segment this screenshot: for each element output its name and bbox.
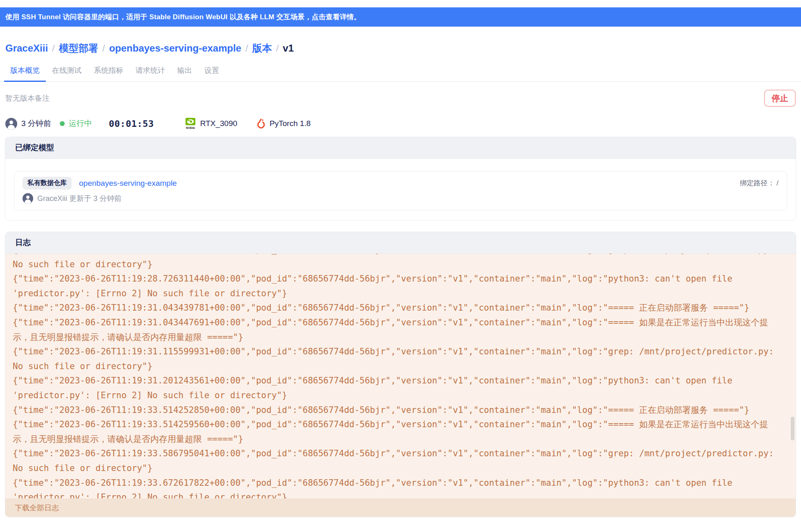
created-time-label: 3 分钟前 <box>21 118 51 129</box>
model-item-card: 私有数据仓库 openbayes-serving-example 绑定路径： /… <box>14 171 787 210</box>
log-row: No such file or directory"} <box>13 461 796 476</box>
private-repo-badge: 私有数据仓库 <box>23 177 72 189</box>
log-row: 'predictor.py': [Errno 2] No such file o… <box>13 286 796 301</box>
tab-bar: 版本概览 在线测试 系统指标 请求统计 输出 设置 <box>0 65 801 82</box>
bind-path-label: 绑定路径： / <box>740 178 778 188</box>
log-row: {"time":"2023-06-26T11:19:33.514259560+0… <box>13 417 796 432</box>
log-viewport[interactable]: {"time":"2023-06-26T11:19:31.115599931+0… <box>5 254 796 498</box>
model-repo-link[interactable]: openbayes-serving-example <box>79 179 177 188</box>
download-all-logs-link[interactable]: 下载全部日志 <box>15 503 59 513</box>
log-lines: {"time":"2023-06-26T11:19:31.115599931+0… <box>5 254 796 498</box>
bound-model-header: 已绑定模型 <box>5 137 796 159</box>
breadcrumb-user-link[interactable]: GraceXiii <box>5 43 48 54</box>
log-footer: 下载全部日志 <box>5 498 796 517</box>
user-avatar-icon <box>5 118 17 130</box>
breadcrumb-current-version: v1 <box>283 43 294 54</box>
log-row: No such file or directory"} <box>13 359 796 374</box>
model-item-top-row: 私有数据仓库 openbayes-serving-example 绑定路径： / <box>23 177 778 189</box>
tab-request-stats[interactable]: 请求统计 <box>129 65 171 82</box>
updated-by-label: GraceXiii 更新于 3 分钟前 <box>37 194 122 203</box>
ssh-tunnel-banner[interactable]: 使用 SSH Tunnel 访问容器里的端口，适用于 Stable Diffus… <box>0 7 801 27</box>
breadcrumb-separator: / <box>245 43 248 54</box>
logs-header: 日志 <box>5 232 796 254</box>
creator-group: 3 分钟前 <box>5 118 51 130</box>
breadcrumb-serving-link[interactable]: openbayes-serving-example <box>109 43 241 54</box>
nvidia-logo-icon: NVIDIA <box>185 118 196 129</box>
logs-title: 日志 <box>15 237 31 248</box>
log-row: {"time":"2023-06-26T11:19:33.514252850+0… <box>13 403 796 418</box>
log-row: 示，且无明显报错提示，请确认是否内存用量超限 ====="} <box>13 330 796 345</box>
model-item-bottom-row: GraceXiii 更新于 3 分钟前 <box>23 193 778 204</box>
gpu-group: NVIDIA RTX_3090 <box>185 118 238 129</box>
breadcrumb-separator: / <box>102 43 105 54</box>
runtime-counter: 00:01:53 <box>109 119 154 129</box>
gpu-label: RTX_3090 <box>200 119 238 128</box>
bound-model-card: 已绑定模型 私有数据仓库 openbayes-serving-example 绑… <box>5 137 796 221</box>
log-row: {"time":"2023-06-26T11:19:31.201243561+0… <box>13 374 796 388</box>
banner-text: 使用 SSH Tunnel 访问容器里的端口，适用于 Stable Diffus… <box>5 12 361 22</box>
log-row: {"time":"2023-06-26T11:19:33.672617822+0… <box>13 476 796 491</box>
framework-label: PyTorch 1.8 <box>269 119 310 128</box>
stop-button[interactable]: 停止 <box>764 90 796 107</box>
breadcrumb-separator: / <box>52 43 55 54</box>
bound-model-body: 私有数据仓库 openbayes-serving-example 绑定路径： /… <box>5 159 796 220</box>
running-status-label: 运行中 <box>69 118 92 129</box>
tab-version-overview[interactable]: 版本概览 <box>4 65 46 82</box>
log-row: 示，且无明显报错提示，请确认是否内存用量超限 ====="} <box>13 432 796 447</box>
running-status-dot <box>60 121 65 126</box>
tab-online-test[interactable]: 在线测试 <box>46 65 88 82</box>
tab-settings[interactable]: 设置 <box>198 65 225 82</box>
log-row: {"time":"2023-06-26T11:19:31.043447691+0… <box>13 316 796 330</box>
svg-text:NVIDIA: NVIDIA <box>186 126 195 129</box>
log-row: 'predictor.py': [Errno 2] No such file o… <box>13 490 796 498</box>
version-note: 暂无版本备注 <box>5 93 50 103</box>
bound-model-title: 已绑定模型 <box>15 142 54 153</box>
log-row: 'predictor.py': [Errno 2] No such file o… <box>13 388 796 403</box>
log-row: {"time":"2023-06-26T11:19:31.115599931+0… <box>13 345 796 359</box>
log-row: {"time":"2023-06-26T11:19:31.115599931+0… <box>13 254 796 257</box>
breadcrumb: GraceXiii / 模型部署 / openbayes-serving-exa… <box>5 41 795 55</box>
log-row: {"time":"2023-06-26T11:19:31.043439781+0… <box>13 301 796 316</box>
log-scrollbar-thumb[interactable] <box>791 417 794 440</box>
log-row: {"time":"2023-06-26T11:19:33.586795041+0… <box>13 446 796 461</box>
log-row: No such file or directory"} <box>13 257 796 272</box>
breadcrumb-separator: / <box>276 43 279 54</box>
page: 使用 SSH Tunnel 访问容器里的端口，适用于 Stable Diffus… <box>0 7 801 532</box>
breadcrumb-versions-link[interactable]: 版本 <box>252 42 272 55</box>
updater-avatar-icon <box>23 193 33 204</box>
version-note-row: 暂无版本备注 停止 <box>5 90 796 107</box>
tab-system-metrics[interactable]: 系统指标 <box>88 65 129 82</box>
status-row: 3 分钟前 运行中 00:01:53 NVIDIA RTX_3090 PyTor… <box>5 117 801 130</box>
tab-output[interactable]: 输出 <box>171 65 198 82</box>
pytorch-logo-icon <box>256 118 266 129</box>
breadcrumb-deployments-link[interactable]: 模型部署 <box>59 42 98 55</box>
log-row: {"time":"2023-06-26T11:19:28.726311440+0… <box>13 272 796 286</box>
logs-card: 日志 {"time":"2023-06-26T11:19:31.11559993… <box>5 232 796 517</box>
framework-group: PyTorch 1.8 <box>256 118 310 129</box>
